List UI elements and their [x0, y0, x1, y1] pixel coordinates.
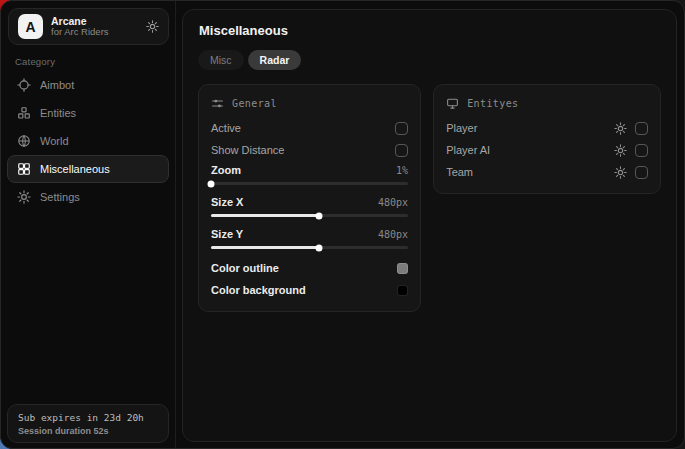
entity-label: Team	[446, 166, 473, 178]
sidebar-item-world[interactable]: World	[7, 127, 169, 155]
tab-misc[interactable]: Misc	[198, 50, 244, 70]
sidebar: A Arcane for Arc Riders Category AimbotE…	[1, 1, 176, 448]
setting-label: Size Y	[211, 228, 243, 240]
slider-track[interactable]	[211, 246, 408, 249]
crosshair-icon	[17, 78, 31, 92]
settings-gear-icon[interactable]	[146, 20, 159, 33]
checkbox-player[interactable]	[635, 122, 648, 135]
app-header-card: A Arcane for Arc Riders	[8, 8, 169, 45]
checkbox-player-ai[interactable]	[635, 144, 648, 157]
setting-label: Color outline	[211, 262, 279, 274]
sidebar-item-miscellaneous[interactable]: Miscellaneous	[7, 155, 169, 183]
tab-radar[interactable]: Radar	[248, 50, 302, 70]
entities-card-rows: PlayerPlayer AITeam	[446, 117, 648, 183]
app-logo: A	[18, 14, 43, 39]
sidebar-item-aimbot[interactable]: Aimbot	[7, 71, 169, 99]
sliders-icon	[211, 97, 224, 110]
sidebar-item-settings[interactable]: Settings	[7, 183, 169, 211]
entity-label: Player AI	[446, 144, 490, 156]
setting-row-show-distance: Show Distance	[211, 139, 408, 161]
entity-label: Player	[446, 122, 477, 134]
entities-card-title: Entityes	[467, 98, 518, 109]
sidebar-item-label: Entities	[40, 107, 76, 119]
setting-row-active: Active	[211, 117, 408, 139]
slider-thumb[interactable]	[316, 244, 323, 251]
main-panel: Miscellaneous MiscRadar General ActiveSh…	[182, 9, 677, 442]
gear-icon[interactable]	[614, 122, 627, 135]
setting-label: Active	[211, 122, 241, 134]
slider-track[interactable]	[211, 182, 408, 185]
app-window: A Arcane for Arc Riders Category AimbotE…	[0, 0, 685, 449]
setting-label: Show Distance	[211, 144, 284, 156]
gear-icon	[17, 190, 31, 204]
setting-label: Color background	[211, 284, 306, 296]
gear-icon[interactable]	[614, 166, 627, 179]
subscription-info-card: Sub expires in 23d 20h Session duration …	[7, 404, 169, 443]
sidebar-item-label: Aimbot	[40, 79, 74, 91]
setting-row-zoom: Zoom1%	[211, 161, 408, 193]
tab-bar: MiscRadar	[198, 50, 661, 70]
setting-row-color-outline: Color outline	[211, 257, 408, 279]
sidebar-item-label: Settings	[40, 191, 80, 203]
color-swatch-color-background[interactable]	[397, 285, 408, 296]
setting-row-size-y: Size Y480px	[211, 225, 408, 257]
slider-thumb[interactable]	[208, 180, 215, 187]
entities-card: Entityes PlayerPlayer AITeam	[433, 84, 661, 194]
grid-icon	[17, 162, 31, 176]
checkbox-show-distance[interactable]	[395, 144, 408, 157]
session-duration-text: Session duration 52s	[18, 426, 158, 436]
setting-row-size-x: Size X480px	[211, 193, 408, 225]
checkbox-team[interactable]	[635, 166, 648, 179]
app-subtitle: for Arc Riders	[51, 27, 109, 38]
sidebar-item-label: Miscellaneous	[40, 163, 110, 175]
entity-row-player-ai: Player AI	[446, 139, 648, 161]
setting-label: Size X	[211, 196, 243, 208]
sidebar-item-entities[interactable]: Entities	[7, 99, 169, 127]
entity-row-team: Team	[446, 161, 648, 183]
slider-thumb[interactable]	[316, 212, 323, 219]
category-label: Category	[15, 56, 55, 67]
gear-icon[interactable]	[614, 144, 627, 157]
setting-value: 480px	[378, 229, 408, 240]
sidebar-nav: AimbotEntitiesWorldMiscellaneousSettings	[7, 71, 169, 211]
sub-expires-text: Sub expires in 23d 20h	[18, 412, 158, 423]
color-swatch-color-outline[interactable]	[397, 263, 408, 274]
setting-label: Zoom	[211, 164, 241, 176]
setting-value: 1%	[396, 165, 408, 176]
slider-track[interactable]	[211, 214, 408, 217]
monitor-icon	[446, 97, 459, 110]
general-card-rows: ActiveShow DistanceZoom1%Size X480pxSize…	[211, 117, 408, 301]
globe-icon	[17, 134, 31, 148]
page-title: Miscellaneous	[199, 23, 661, 38]
setting-row-color-background: Color background	[211, 279, 408, 301]
sidebar-item-label: World	[40, 135, 69, 147]
checkbox-active[interactable]	[395, 122, 408, 135]
setting-value: 480px	[378, 197, 408, 208]
entities-icon	[17, 106, 31, 120]
entity-row-player: Player	[446, 117, 648, 139]
general-card-title: General	[232, 98, 277, 109]
general-card: General ActiveShow DistanceZoom1%Size X4…	[198, 84, 421, 312]
